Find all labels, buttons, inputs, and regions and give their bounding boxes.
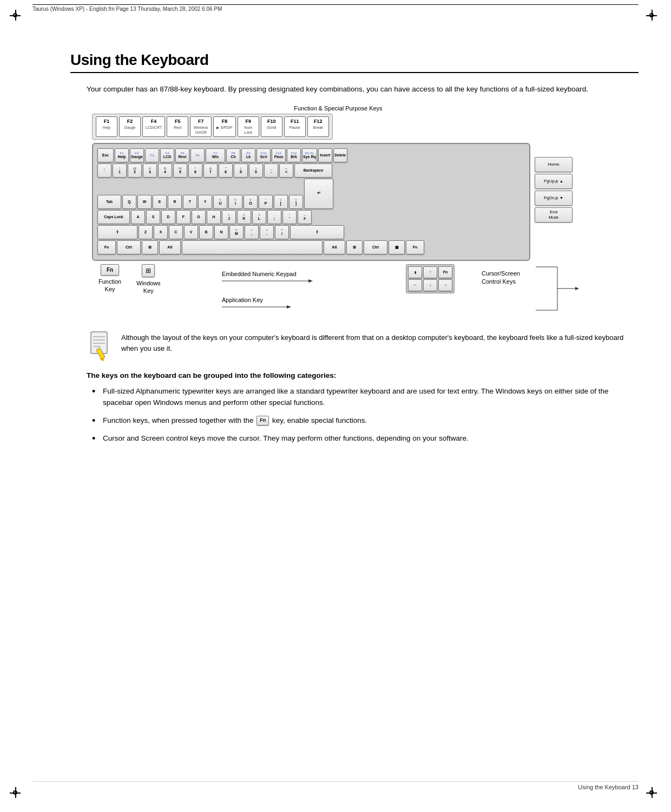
key-cursor-right: → <box>438 279 452 291</box>
fn-key-f9: F9NumLock <box>238 116 259 137</box>
footer-text: Using the Keyboard 13 <box>578 784 639 790</box>
key-backspace: Backspace <box>294 163 332 178</box>
corner-mark-tr <box>646 10 661 25</box>
key-win-r: ⊞ <box>346 240 363 254</box>
key-f2: F2Gauge <box>130 148 144 162</box>
key-0: )0 <box>249 163 263 178</box>
title-divider <box>70 72 639 73</box>
key-plus: += <box>279 163 293 178</box>
key-row-5: ⇧ Z X C V B N 0M <, >. ?/ ⇧ <box>97 225 525 239</box>
key-s: S <box>146 210 160 224</box>
label-windows-key: ⊞ WindowsKey <box>136 264 161 295</box>
key-ctrl-r: Ctrl <box>364 240 387 254</box>
key-lbracket: {[ <box>274 195 288 209</box>
label-embedded-numeric: Embedded Numeric Keypad <box>222 271 330 289</box>
key-win-l: ⊞ <box>142 240 158 254</box>
key-tab: Tab <box>97 195 121 209</box>
corner-mark-bl <box>10 787 25 802</box>
key-1: !1 <box>113 163 127 178</box>
key-cursor-up: ↑ <box>423 266 437 278</box>
key-f9: F9Lk <box>241 148 255 162</box>
corner-mark-br <box>646 787 661 802</box>
svg-marker-8 <box>575 287 579 290</box>
key-comma: <, <box>245 225 259 239</box>
fn-keys-label: Function & Special Purpose Keys <box>92 105 584 112</box>
key-cursor-down: ↓ <box>423 279 437 291</box>
key-row-6: Fn Ctrl ⊞ Alt Alt ⊞ Ctrl ▦ Fn <box>97 240 525 254</box>
key-9: (9 <box>234 163 248 178</box>
note-icon <box>87 329 114 362</box>
key-tilde: ~` <box>97 163 111 178</box>
key-z: Z <box>139 225 153 239</box>
key-2: @2 <box>128 163 142 178</box>
fn-key-f4: F4LCD/CRT <box>142 116 165 137</box>
key-6: ^6 <box>188 163 202 178</box>
fn-key-f7: F7WirelessOn/Off <box>190 116 212 137</box>
svg-marker-1 <box>308 279 313 283</box>
fn-key-f8: F8▶ S/PDIF <box>213 116 236 137</box>
key-t: T <box>183 195 197 209</box>
key-e: E <box>153 195 167 209</box>
note-text: Although the layout of the keys on your … <box>121 329 639 354</box>
key-c: C <box>169 225 183 239</box>
keyboard-label-area: Fn FunctionKey ⊞ WindowsKey Embedded Num… <box>92 264 584 318</box>
key-ctrl-l: Ctrl <box>117 240 141 254</box>
key-row-2: ~` !1 @2 #3 $4 %5 ^6 &7 *8 (9 )0 _- += B… <box>97 163 525 178</box>
fn-keys-strip: F1Help F2Gauge F4LCD/CRT F5Rest F7Wirele… <box>92 114 333 140</box>
page-title: Using the Keyboard <box>70 51 639 69</box>
key-f4: F4LCD <box>160 148 174 162</box>
key-caps: Caps Lock <box>97 210 130 224</box>
main-content: Using the Keyboard Your computer has an … <box>70 30 639 450</box>
key-alt-r: Alt <box>324 240 345 254</box>
page-footer: Using the Keyboard 13 <box>32 781 639 790</box>
key-insert: Insert <box>318 148 332 162</box>
key-slash: ?/ <box>275 225 289 239</box>
key-quote: "' <box>282 210 297 224</box>
key-b: B <box>199 225 213 239</box>
bullet-1: Full-sized Alphanumeric typewriter keys … <box>92 386 639 409</box>
key-d: D <box>161 210 175 224</box>
key-o: 6O <box>244 195 258 209</box>
key-w: W <box>137 195 152 209</box>
bullet-3: Cursor and Screen control keys move the … <box>92 433 639 444</box>
key-q: Q <box>122 195 136 209</box>
key-row-3: Tab Q W E R T Y 4U 5I 6O *P {[ }] ↵ <box>97 179 525 209</box>
key-cursor-left: ← <box>408 279 422 291</box>
key-h: H <box>207 210 221 224</box>
key-r: R <box>168 195 182 209</box>
fn-key-f5: F5Rest <box>167 116 188 137</box>
key-rbracket: }] <box>289 195 303 209</box>
key-f3: F3 <box>145 148 159 162</box>
key-semicolon: :; <box>267 210 281 224</box>
right-bracket <box>536 264 579 313</box>
fn-key-f10: F10Scroll <box>261 116 282 137</box>
key-a: A <box>131 210 145 224</box>
fn-key-f11: F11Pause <box>284 116 306 137</box>
note-box: Although the layout of the keys on your … <box>87 329 639 362</box>
key-f8: F8Ch <box>226 148 240 162</box>
key-pgup: PgUp🔊▲ <box>535 174 573 189</box>
inline-fn-key: Fn <box>256 416 269 425</box>
key-f6: F6 <box>190 148 205 162</box>
categories-intro: The keys on the keyboard can be grouped … <box>87 371 639 379</box>
key-space <box>182 240 323 254</box>
label-application-key: Application Key <box>222 297 303 315</box>
key-8: *8 <box>219 163 233 178</box>
key-app: ▦ <box>389 240 405 254</box>
key-alt-l: Alt <box>159 240 181 254</box>
key-p: *P <box>259 195 273 209</box>
cursor-cluster: ▮ ↑ Fn ← ↓ → <box>406 264 455 293</box>
label-cursor-keys: Cursor/ScreenControl Keys <box>482 270 520 286</box>
key-u: 4U <box>213 195 227 209</box>
svg-marker-3 <box>287 305 291 309</box>
key-minus: _- <box>264 163 278 178</box>
key-f10: F10Scrl <box>256 148 271 162</box>
key-fn-r: Fn <box>406 240 424 254</box>
key-prtsc: Prt ScSys Rq <box>302 148 317 162</box>
corner-mark-tl <box>10 10 25 25</box>
key-f5: F5Rest <box>175 148 189 162</box>
fn-key-f2: F2Gauge <box>119 116 141 137</box>
key-pgdn: PgDn🔊▼ <box>535 191 573 206</box>
key-row-1: Esc F1Help F2Gauge F3 F4LCD F5Rest F6 F7… <box>97 148 525 162</box>
intro-paragraph: Your computer has an 87/88-key keyboard.… <box>87 84 639 95</box>
